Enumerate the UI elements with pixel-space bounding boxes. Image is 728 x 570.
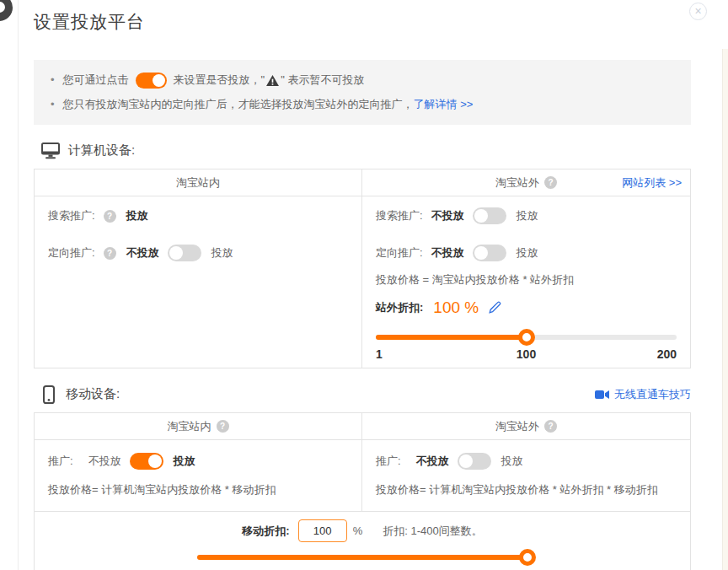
state-off-label: 不投放 xyxy=(416,454,449,469)
slider-handle[interactable] xyxy=(518,329,535,346)
edit-pencil-icon[interactable] xyxy=(489,301,501,314)
help-icon[interactable]: ? xyxy=(217,420,229,433)
slider-handle[interactable] xyxy=(519,549,536,566)
price-formula: 投放价格= 计算机淘宝站内投放价格 * 站外折扣 * 移动折扣 xyxy=(376,482,677,497)
column-header-label: 淘宝站内 xyxy=(168,419,211,434)
search-promo-toggle[interactable] xyxy=(473,207,506,224)
state-off-label: 不投放 xyxy=(431,245,464,261)
row-label: 推广: xyxy=(376,454,401,469)
discount-hint: 折扣: 1-400间整数。 xyxy=(383,524,482,539)
computer-table: 淘宝站内 淘宝站外 ? 网站列表 >> 搜索推广: ? 投放 定向推广: ? 不… xyxy=(34,169,691,368)
promo-state-value: 投放 xyxy=(126,208,148,223)
notice-line-2: • 您只有投放淘宝站内的定向推广后，才能选择投放淘宝站外的定向推广， 了解详情 … xyxy=(44,94,671,115)
help-icon[interactable]: ? xyxy=(544,176,557,189)
page-scrollbar[interactable] xyxy=(722,49,728,570)
website-list-link[interactable]: 网站列表 >> xyxy=(622,169,682,196)
targeted-promo-row: 定向推广: 不投放 投放 xyxy=(376,244,677,262)
targeted-promo-toggle[interactable] xyxy=(168,245,201,261)
state-on-label: 投放 xyxy=(174,454,195,469)
bullet-icon: • xyxy=(51,94,55,115)
state-on-label: 投放 xyxy=(517,208,538,223)
mobile-onsite-promo-toggle[interactable] xyxy=(130,453,163,470)
column-header-label: 淘宝站外 xyxy=(495,175,539,191)
mobile-table-header: 淘宝站内 ? 淘宝站外 ? xyxy=(35,413,690,440)
percent-unit: % xyxy=(353,524,363,537)
state-on-label: 投放 xyxy=(501,454,523,469)
video-camera-icon xyxy=(595,390,609,400)
toggle-knob xyxy=(153,74,165,87)
computer-section-title: 计算机设备: xyxy=(68,142,135,159)
page-help-badge xyxy=(0,0,13,21)
row-label: 定向推广: xyxy=(48,245,95,261)
toggle-knob xyxy=(459,454,473,468)
toggle-knob xyxy=(148,454,162,468)
page-title: 设置投放平台 xyxy=(34,10,691,34)
price-formula: 投放价格 = 淘宝站内投放价格 * 站外折扣 xyxy=(376,272,677,288)
state-off-label: 不投放 xyxy=(126,245,159,261)
row-label: 搜索推广: xyxy=(48,208,95,223)
row-label: 定向推广: xyxy=(376,245,423,261)
offsite-discount-slider xyxy=(376,329,677,346)
toggle-knob xyxy=(474,209,488,223)
targeted-promo-row: 定向推广: ? 不投放 投放 xyxy=(48,244,348,262)
notice-text: " 表示暂不可投放 xyxy=(281,70,364,90)
toggle-knob xyxy=(169,246,183,260)
help-icon[interactable]: ? xyxy=(104,247,116,260)
notice-text: 您只有投放淘宝站内的定向推广后，才能选择投放淘宝站外的定向推广， xyxy=(63,94,414,115)
mobile-discount-input[interactable] xyxy=(298,519,347,542)
monitor-icon xyxy=(41,142,60,159)
modal-content: 设置投放平台 • 您可通过点击 来设置是否投放，" " 表示暂不可投放 • 您只… xyxy=(34,0,691,570)
wireless-tips-label: 无线直通车技巧 xyxy=(614,387,691,402)
notice-text: 来设置是否投放，" xyxy=(174,70,265,90)
discount-value: 100 % xyxy=(433,298,479,317)
slider-mid-label: 100 xyxy=(476,347,576,361)
offsite-discount-line: 站外折扣: 100 % xyxy=(376,296,677,319)
toggle-example-icon xyxy=(136,73,167,89)
column-header-label: 淘宝站内 xyxy=(176,175,220,191)
computer-table-header: 淘宝站内 淘宝站外 ? 网站列表 >> xyxy=(35,169,690,196)
mobile-section-title: 移动设备: xyxy=(66,386,120,402)
targeted-promo-toggle[interactable] xyxy=(473,245,506,261)
column-header-label: 淘宝站外 xyxy=(495,419,539,434)
mobile-table: 淘宝站内 ? 淘宝站外 ? 推广: 不投放 投放 投放价格= 计算机淘宝站内投放… xyxy=(34,412,691,570)
bullet-icon: • xyxy=(51,70,55,90)
search-promo-row: 搜索推广: ? 投放 xyxy=(48,207,348,225)
notice-box: • 您可通过点击 来设置是否投放，" " 表示暂不可投放 • 您只有投放淘宝站内… xyxy=(34,60,691,125)
help-icon[interactable]: ? xyxy=(104,210,116,223)
computer-onsite-header: 淘宝站内 xyxy=(35,169,362,196)
discount-label: 站外折扣: xyxy=(376,300,423,315)
row-label: 推广: xyxy=(48,454,73,469)
state-on-label: 投放 xyxy=(517,245,538,261)
computer-offsite-cell: 搜索推广: 不投放 投放 定向推广: 不投放 投放 投放价格 = 淘宝站内投放价… xyxy=(362,196,690,368)
learn-more-link[interactable]: 了解详情 >> xyxy=(414,94,474,115)
smartphone-icon xyxy=(43,385,55,404)
help-icon[interactable]: ? xyxy=(544,420,557,433)
mobile-onsite-header: 淘宝站内 ? xyxy=(35,413,362,439)
wireless-tips-link[interactable]: 无线直通车技巧 xyxy=(595,387,691,402)
slider-fill xyxy=(376,335,527,340)
modal-left-edge xyxy=(18,0,19,570)
mobile-offsite-header: 淘宝站外 ? xyxy=(362,413,690,439)
state-off-label: 不投放 xyxy=(88,454,121,469)
row-label: 搜索推广: xyxy=(376,208,423,223)
mobile-table-body: 推广: 不投放 投放 投放价格= 计算机淘宝站内投放价格 * 移动折扣 推广: … xyxy=(35,440,690,511)
search-promo-row: 搜索推广: 不投放 投放 xyxy=(376,207,677,225)
close-icon[interactable]: × xyxy=(689,3,707,20)
mobile-offsite-cell: 推广: 不投放 投放 投放价格= 计算机淘宝站内投放价格 * 站外折扣 * 移动… xyxy=(362,440,690,511)
mobile-section-header: 移动设备: 无线直通车技巧 xyxy=(34,383,691,406)
notice-line-1: • 您可通过点击 来设置是否投放，" " 表示暂不可投放 xyxy=(44,70,671,90)
mobile-discount-label: 移动折扣: xyxy=(242,524,289,539)
slider-max-label: 200 xyxy=(576,347,677,361)
slider-min-label: 1 xyxy=(376,347,476,361)
mobile-discount-slider xyxy=(197,549,527,566)
state-off-label: 不投放 xyxy=(431,208,464,223)
mobile-offsite-promo-toggle[interactable] xyxy=(458,453,491,470)
promo-row: 推广: 不投放 投放 xyxy=(376,452,677,471)
computer-table-body: 搜索推广: ? 投放 定向推广: ? 不投放 投放 搜索推广: 不投放 投 xyxy=(35,196,690,368)
price-formula: 投放价格= 计算机淘宝站内投放价格 * 移动折扣 xyxy=(48,482,348,497)
toggle-knob xyxy=(474,246,488,260)
computer-section-header: 计算机设备: xyxy=(34,139,691,162)
warning-icon xyxy=(266,75,279,86)
notice-text: 您可通过点击 xyxy=(63,70,129,90)
promo-row: 推广: 不投放 投放 xyxy=(48,452,348,471)
